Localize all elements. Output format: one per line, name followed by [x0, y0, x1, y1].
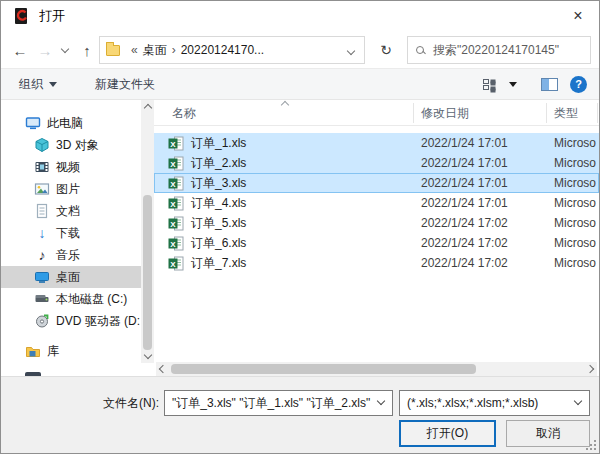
excel-file-icon: X [168, 196, 184, 211]
file-row[interactable]: X订单_5.xls 2022/1/24 17:02 Microso [154, 213, 599, 233]
local-disk-icon [34, 291, 50, 307]
svg-text:X: X [170, 219, 176, 228]
cancel-button[interactable]: 取消 [506, 420, 590, 447]
organize-button[interactable]: 组织 [9, 69, 67, 99]
column-header-type[interactable]: 类型 [554, 100, 578, 126]
sidebar-item-documents[interactable]: 文档 [1, 200, 141, 222]
file-date: 2022/1/24 17:01 [421, 196, 508, 210]
file-row[interactable]: X订单_1.xls 2022/1/24 17:01 Microso [154, 133, 599, 153]
file-date: 2022/1/24 17:02 [421, 236, 508, 250]
excel-file-icon: X [168, 176, 184, 191]
command-toolbar: 组织 新建文件夹 ? [1, 68, 599, 100]
file-date: 2022/1/24 17:01 [421, 176, 508, 190]
breadcrumb-desktop[interactable]: 桌面 [143, 42, 167, 59]
forward-button: → [33, 32, 57, 68]
organize-dropdown-icon [49, 82, 57, 87]
column-header-name[interactable]: 名称 [172, 100, 196, 126]
refresh-button[interactable]: ↻ [371, 36, 401, 64]
sidebar-item-pictures[interactable]: 图片 [1, 178, 141, 200]
file-type: Microso [554, 176, 599, 190]
excel-file-icon: X [168, 236, 184, 251]
file-date: 2022/1/24 17:02 [421, 256, 508, 270]
sidebar-item-dvd-drive-d[interactable]: DVD 驱动器 (D: [1, 310, 141, 332]
navigation-bar: ← → ↑ « 桌面 › 20220124170... ↻ 搜索"2022012… [1, 32, 599, 68]
resize-grip[interactable] [586, 440, 596, 450]
libraries-icon [25, 343, 41, 359]
file-type: Microso [554, 216, 599, 230]
dvd-drive-icon [34, 313, 50, 329]
scroll-down-icon[interactable] [141, 350, 154, 363]
open-button[interactable]: 打开(O) [399, 420, 496, 447]
file-type: Microso [554, 196, 599, 210]
file-row[interactable]: X订单_7.xls 2022/1/24 17:02 Microso [154, 253, 599, 273]
breadcrumb-overflow[interactable]: « [131, 43, 138, 57]
downloads-icon: ↓ [34, 225, 50, 241]
file-type: Microso [554, 236, 599, 250]
sort-ascending-icon [281, 101, 289, 109]
back-button[interactable]: ← [7, 32, 33, 68]
preview-pane-icon[interactable] [541, 78, 558, 91]
history-dropdown-icon[interactable] [57, 32, 73, 68]
new-folder-button[interactable]: 新建文件夹 [85, 69, 165, 99]
sidebar-item-downloads[interactable]: ↓ 下载 [1, 222, 141, 244]
filetype-dropdown-icon[interactable] [574, 397, 582, 405]
search-text: 搜索"20220124170145" [433, 42, 559, 59]
open-file-dialog: 打开 × ← → ↑ « 桌面 › 20220124170... ↻ 搜索"20… [0, 0, 600, 454]
sidebar-item-local-disk-c[interactable]: 本地磁盘 (C:) [1, 288, 141, 310]
scroll-up-icon[interactable] [141, 100, 154, 113]
file-type: Microso [554, 156, 599, 170]
folder-icon [106, 45, 120, 56]
file-name: 订单_1.xls [191, 135, 246, 152]
excel-file-icon: X [168, 256, 184, 271]
up-button[interactable]: ↑ [75, 32, 99, 68]
content-area: 此电脑 3D 对象 视频 图片 文档 [1, 100, 599, 378]
excel-file-icon: X [168, 136, 184, 151]
filename-dropdown-icon[interactable] [377, 397, 385, 405]
svg-text:X: X [170, 159, 176, 168]
file-row[interactable]: X订单_2.xls 2022/1/24 17:01 Microso [154, 153, 599, 173]
file-row[interactable]: X订单_6.xls 2022/1/24 17:02 Microso [154, 233, 599, 253]
filetype-combobox[interactable]: (*.xls;*.xlsx;*.xlsm;*.xlsb) [399, 390, 590, 416]
sidebar-scrollbar-thumb[interactable] [143, 195, 152, 350]
search-input[interactable]: 搜索"20220124170145" [407, 36, 591, 64]
file-type: Microso [554, 136, 599, 150]
scroll-right-icon[interactable] [583, 362, 597, 376]
column-header-date[interactable]: 修改日期 [421, 100, 469, 126]
sidebar-item-this-pc[interactable]: 此电脑 [1, 112, 141, 134]
filename-label: 文件名(N): [41, 390, 159, 416]
sidebar-item-music[interactable]: ♪ 音乐 [1, 244, 141, 266]
horizontal-scrollbar-thumb[interactable] [171, 364, 476, 374]
file-date: 2022/1/24 17:01 [421, 156, 508, 170]
breadcrumb-current-folder[interactable]: 20220124170... [181, 43, 264, 57]
music-icon: ♪ [34, 247, 50, 263]
horizontal-scrollbar[interactable] [156, 362, 597, 376]
address-dropdown-icon[interactable] [344, 43, 358, 57]
views-button[interactable] [473, 69, 527, 99]
sidebar-item-desktop[interactable]: 桌面 [1, 266, 141, 288]
excel-file-icon: X [168, 216, 184, 231]
svg-text:X: X [170, 179, 176, 188]
sidebar-item-libraries[interactable]: 库 [1, 340, 141, 362]
close-icon[interactable]: × [557, 1, 599, 31]
file-name: 订单_5.xls [191, 215, 246, 232]
file-name: 订单_4.xls [191, 195, 246, 212]
filename-combobox[interactable]: "订单_3.xls" "订单_1.xls" "订单_2.xls" [164, 390, 393, 416]
excel-file-icon: X [168, 156, 184, 171]
sidebar-item-videos[interactable]: 视频 [1, 156, 141, 178]
sidebar-item-3d-objects[interactable]: 3D 对象 [1, 134, 141, 156]
window-title: 打开 [39, 7, 65, 25]
svg-text:X: X [170, 259, 176, 268]
file-name: 订单_3.xls [191, 175, 246, 192]
pictures-icon [34, 181, 50, 197]
sidebar-scrollbar[interactable] [141, 100, 154, 363]
views-dropdown-icon [509, 82, 517, 87]
file-row[interactable]: X订单_3.xls 2022/1/24 17:01 Microso [154, 173, 599, 193]
address-bar[interactable]: « 桌面 › 20220124170... [99, 36, 365, 64]
file-list-header: 名称 修改日期 类型 [154, 100, 599, 126]
3d-objects-icon [34, 137, 50, 153]
scroll-left-icon[interactable] [156, 362, 170, 376]
file-row[interactable]: X订单_4.xls 2022/1/24 17:01 Microso [154, 193, 599, 213]
filetype-value: (*.xls;*.xlsx;*.xlsm;*.xlsb) [407, 396, 538, 410]
help-icon[interactable]: ? [570, 76, 587, 93]
videos-icon [34, 159, 50, 175]
